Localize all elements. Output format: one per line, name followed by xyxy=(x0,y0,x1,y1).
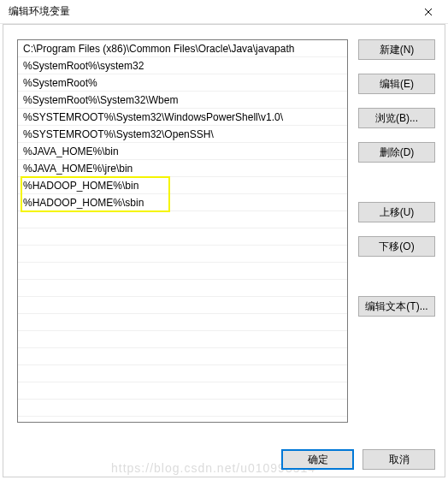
button-column: 新建(N) 编辑(E) 浏览(B)... 删除(D) 上移(U) 下移(O) 编… xyxy=(358,39,435,423)
path-list-row[interactable]: %HADOOP_HOME%\sbin xyxy=(18,194,347,211)
path-list-row[interactable] xyxy=(18,280,347,297)
path-list-row[interactable] xyxy=(18,246,347,263)
new-button[interactable]: 新建(N) xyxy=(358,39,435,60)
path-list-row[interactable] xyxy=(18,382,347,400)
moveup-button[interactable]: 上移(U) xyxy=(358,202,435,222)
path-list-row[interactable] xyxy=(18,228,347,246)
path-list-row[interactable]: %SystemRoot%\System32\Wbem xyxy=(18,92,347,109)
close-icon xyxy=(424,8,433,16)
path-list-row[interactable] xyxy=(18,211,347,228)
browse-button[interactable]: 浏览(B)... xyxy=(358,108,435,128)
titlebar: 编辑环境变量 xyxy=(0,0,448,24)
close-button[interactable] xyxy=(416,3,441,21)
dialog-footer: 确定 取消 xyxy=(281,449,435,470)
path-list-row[interactable]: %SYSTEMROOT%\System32\WindowsPowerShell\… xyxy=(18,109,347,126)
path-list-row[interactable]: %HADOOP_HOME%\bin xyxy=(18,177,347,194)
path-list-row[interactable] xyxy=(18,331,347,348)
arrow-annotation xyxy=(18,417,348,423)
path-list-row[interactable] xyxy=(18,263,347,280)
edit-button[interactable]: 编辑(E) xyxy=(358,74,435,94)
edittext-button[interactable]: 编辑文本(T)... xyxy=(358,296,435,317)
movedown-button[interactable]: 下移(O) xyxy=(358,236,435,257)
path-list-row[interactable]: %SystemRoot%\system32 xyxy=(18,57,347,74)
delete-button[interactable]: 删除(D) xyxy=(358,142,435,163)
path-list-row[interactable]: %SystemRoot% xyxy=(18,74,347,92)
window-title: 编辑环境变量 xyxy=(9,4,70,19)
path-list-row[interactable] xyxy=(18,297,347,314)
path-list-row[interactable]: %SYSTEMROOT%\System32\OpenSSH\ xyxy=(18,126,347,143)
ok-button[interactable]: 确定 xyxy=(281,449,354,470)
path-list-row[interactable] xyxy=(18,314,347,331)
dialog-content: C:\Program Files (x86)\Common Files\Orac… xyxy=(0,24,448,436)
path-list-row[interactable]: C:\Program Files (x86)\Common Files\Orac… xyxy=(18,40,347,57)
path-list[interactable]: C:\Program Files (x86)\Common Files\Orac… xyxy=(17,39,348,423)
path-list-row[interactable] xyxy=(18,400,347,417)
path-list-row[interactable] xyxy=(18,365,347,382)
path-list-row[interactable]: %JAVA_HOME%\jre\bin xyxy=(18,160,347,177)
cancel-button[interactable]: 取消 xyxy=(363,449,435,470)
path-list-row[interactable]: %JAVA_HOME%\bin xyxy=(18,143,347,160)
path-list-row[interactable] xyxy=(18,348,347,365)
